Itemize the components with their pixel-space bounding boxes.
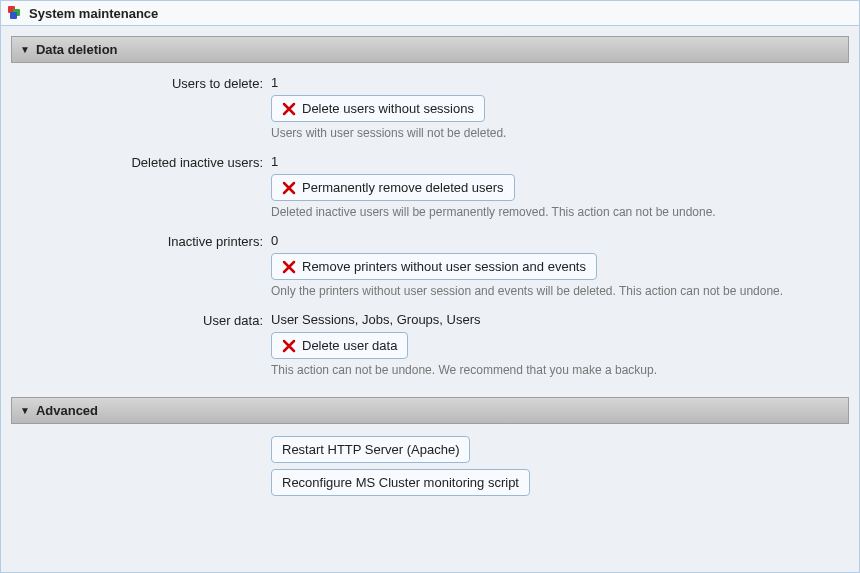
x-icon — [282, 339, 296, 353]
section-body-data-deletion: Users to delete: 1 Delete users without … — [11, 63, 849, 387]
label-deleted-inactive-users: Deleted inactive users: — [13, 154, 271, 170]
reconfigure-cluster-label: Reconfigure MS Cluster monitoring script — [282, 475, 519, 490]
row-inactive-printers-action: Remove printers without user session and… — [13, 253, 847, 298]
row-users-to-delete: Users to delete: 1 — [13, 75, 847, 91]
row-user-data: User data: User Sessions, Jobs, Groups, … — [13, 312, 847, 328]
remove-printers-button[interactable]: Remove printers without user session and… — [271, 253, 597, 280]
caret-down-icon: ▼ — [20, 44, 30, 55]
titlebar: System maintenance — [1, 1, 859, 26]
section-body-advanced: Restart HTTP Server (Apache) Reconfigure… — [11, 424, 849, 506]
row-deleted-inactive-users: Deleted inactive users: 1 — [13, 154, 847, 170]
remove-printers-label: Remove printers without user session and… — [302, 259, 586, 274]
section-header-data-deletion[interactable]: ▼ Data deletion — [11, 36, 849, 63]
x-icon — [282, 102, 296, 116]
hint-inactive-printers: Only the printers without user session a… — [271, 284, 847, 298]
delete-users-without-sessions-button[interactable]: Delete users without sessions — [271, 95, 485, 122]
delete-users-without-sessions-label: Delete users without sessions — [302, 101, 474, 116]
row-reconfigure-cluster: Reconfigure MS Cluster monitoring script — [13, 469, 847, 496]
reconfigure-cluster-button[interactable]: Reconfigure MS Cluster monitoring script — [271, 469, 530, 496]
label-inactive-printers: Inactive printers: — [13, 233, 271, 249]
value-user-data: User Sessions, Jobs, Groups, Users — [271, 312, 847, 327]
content: ▼ Data deletion Users to delete: 1 — [1, 26, 859, 526]
delete-user-data-button[interactable]: Delete user data — [271, 332, 408, 359]
label-user-data: User data: — [13, 312, 271, 328]
hint-deleted-inactive-users: Deleted inactive users will be permanent… — [271, 205, 847, 219]
permanently-remove-deleted-users-label: Permanently remove deleted users — [302, 180, 504, 195]
section-header-advanced[interactable]: ▼ Advanced — [11, 397, 849, 424]
row-restart-http: Restart HTTP Server (Apache) — [13, 436, 847, 463]
label-users-to-delete: Users to delete: — [13, 75, 271, 91]
section-title-advanced: Advanced — [36, 403, 98, 418]
row-user-data-action: Delete user data This action can not be … — [13, 332, 847, 377]
row-deleted-inactive-users-action: Permanently remove deleted users Deleted… — [13, 174, 847, 219]
row-inactive-printers: Inactive printers: 0 — [13, 233, 847, 249]
window: System maintenance ▼ Data deletion Users… — [0, 0, 860, 573]
x-icon — [282, 260, 296, 274]
row-users-to-delete-action: Delete users without sessions Users with… — [13, 95, 847, 140]
app-icon — [7, 5, 23, 21]
svg-rect-2 — [10, 12, 17, 19]
caret-down-icon: ▼ — [20, 405, 30, 416]
permanently-remove-deleted-users-button[interactable]: Permanently remove deleted users — [271, 174, 515, 201]
value-deleted-inactive-users: 1 — [271, 154, 847, 169]
x-icon — [282, 181, 296, 195]
restart-http-server-button[interactable]: Restart HTTP Server (Apache) — [271, 436, 470, 463]
section-data-deletion: ▼ Data deletion Users to delete: 1 — [11, 36, 849, 387]
restart-http-server-label: Restart HTTP Server (Apache) — [282, 442, 459, 457]
hint-users-to-delete: Users with user sessions will not be del… — [271, 126, 847, 140]
hint-user-data: This action can not be undone. We recomm… — [271, 363, 847, 377]
window-title: System maintenance — [29, 6, 158, 21]
value-users-to-delete: 1 — [271, 75, 847, 90]
delete-user-data-label: Delete user data — [302, 338, 397, 353]
value-inactive-printers: 0 — [271, 233, 847, 248]
section-title-data-deletion: Data deletion — [36, 42, 118, 57]
section-advanced: ▼ Advanced Restart HTTP Server (Apache) — [11, 397, 849, 506]
